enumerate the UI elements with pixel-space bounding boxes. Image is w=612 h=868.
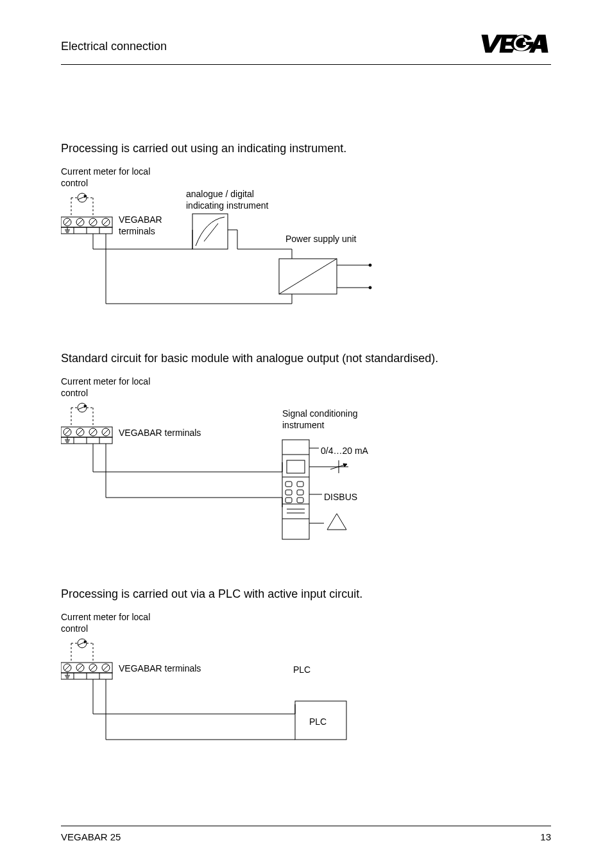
label-terminals-2: VEGABAR terminals [119,427,201,438]
svg-rect-83 [285,498,292,503]
footer-page-number: 13 [540,831,551,842]
vega-logo [480,32,551,60]
svg-rect-84 [297,498,303,503]
svg-line-13 [90,220,96,225]
label-meter-1: Current meter for local control [61,166,164,189]
label-terminals-3: VEGABAR terminals [119,663,201,674]
svg-line-56 [90,430,96,435]
svg-line-103 [65,665,70,670]
svg-marker-90 [343,464,347,467]
svg-line-15 [103,220,108,225]
page-footer: VEGABAR 25 13 [61,826,551,842]
label-out2-2: DISBUS [324,491,357,503]
svg-line-107 [90,665,96,670]
svg-line-35 [279,259,337,294]
svg-marker-45 [84,405,87,408]
svg-line-58 [103,430,108,435]
section2-text: Standard circuit for basic module with a… [61,352,551,365]
page: Electrical connection Processing is carr… [0,0,612,868]
svg-line-29 [204,223,218,241]
svg-rect-82 [297,490,303,495]
label-plc-box-3: PLC [309,716,327,727]
label-meter-3: Current meter for local control [61,611,164,634]
svg-line-9 [65,220,70,225]
label-meter-2: Current meter for local control [61,376,164,399]
label-terminals-1: VEGABAR terminals [119,214,176,237]
svg-diagram-2 [61,376,395,549]
svg-line-11 [78,220,83,225]
svg-line-109 [103,665,108,670]
section1-text: Processing is carried out using an indic… [61,142,551,155]
svg-point-37 [369,264,371,266]
diagram-3: Current meter for local control VEGABAR … [61,611,395,759]
label-instrument-1: analogue / digital indicating instrument [186,188,289,211]
svg-line-52 [65,430,70,435]
svg-rect-79 [285,482,292,487]
diagram-1: Current meter for local control VEGABAR … [61,166,395,313]
footer-left: VEGABAR 25 [61,831,121,842]
svg-rect-80 [297,482,303,487]
label-plc-3: PLC [293,664,310,675]
svg-line-105 [78,665,83,670]
svg-line-54 [78,430,83,435]
header-title: Electrical connection [61,40,167,53]
svg-rect-78 [287,460,305,473]
label-out1-2: 0/4…20 mA [321,445,368,456]
svg-rect-81 [285,490,292,495]
section3-text: Processing is carried out via a PLC with… [61,587,551,601]
diagram-2: Current meter for local control VEGABAR … [61,376,395,549]
label-instrument-2: Signal conditioning instrument [282,408,372,431]
page-header: Electrical connection [61,32,551,65]
svg-point-39 [369,286,371,289]
svg-marker-2 [84,195,87,198]
svg-marker-96 [84,641,87,643]
svg-rect-28 [192,214,228,249]
label-psu-1: Power supply unit [285,233,357,245]
